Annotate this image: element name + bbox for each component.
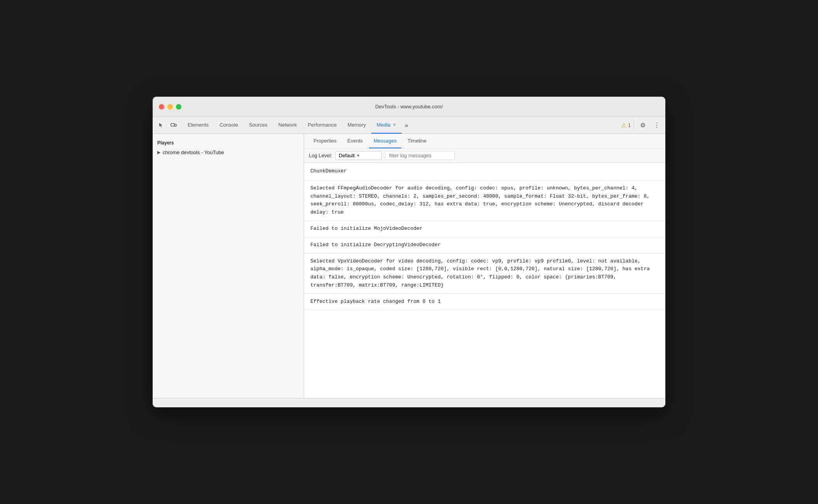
tab-console[interactable]: Console (214, 117, 244, 134)
message-row: Failed to initialize MojoVideoDecoder (304, 221, 665, 237)
log-level-label: Log Level: (309, 153, 332, 158)
sub-tab-properties[interactable]: Properties (309, 134, 341, 148)
tab-media[interactable]: Media ✕ (371, 117, 402, 134)
status-bar (153, 398, 665, 407)
traffic-lights (159, 104, 181, 109)
maximize-button[interactable] (176, 104, 181, 109)
tab-memory[interactable]: Memory (342, 117, 371, 134)
message-row: Selected FFmpegAudioDecoder for audio de… (304, 181, 665, 221)
devtools-tab-bar: Elements Console Sources Network Perform… (153, 117, 665, 134)
log-toolbar: Log Level: Default ▼ (304, 149, 665, 163)
sidebar-item-player[interactable]: ▶ chrome devtools - YouTube (153, 147, 304, 158)
message-row: Failed to initialize DecryptingVideoDeco… (304, 237, 665, 254)
sub-tab-bar: Properties Events Messages Timeline (304, 134, 665, 149)
tab-network[interactable]: Network (273, 117, 303, 134)
sidebar: Players ▶ chrome devtools - YouTube (153, 134, 304, 398)
message-row: ChunkDemuxer (304, 163, 665, 181)
message-row: Effective playback rate changed from 0 t… (304, 294, 665, 310)
sidebar-arrow-icon: ▶ (157, 150, 160, 155)
cursor-icon[interactable] (156, 120, 167, 131)
message-row: Selected VpxVideoDecoder for video decod… (304, 254, 665, 294)
dropdown-arrow-icon: ▼ (356, 153, 360, 158)
sub-tab-timeline[interactable]: Timeline (403, 134, 431, 148)
separator (634, 121, 634, 130)
sidebar-title: Players (153, 137, 304, 147)
main-content: Players ▶ chrome devtools - YouTube Prop… (153, 134, 665, 398)
more-button[interactable]: ⋮ (651, 120, 662, 131)
messages-list: ChunkDemuxer Selected FFmpegAudioDecoder… (304, 163, 665, 398)
tab-sources[interactable]: Sources (244, 117, 273, 134)
sub-tab-messages[interactable]: Messages (369, 134, 401, 148)
warning-badge[interactable]: ⚠ 1 (621, 122, 631, 129)
minimize-button[interactable] (167, 104, 173, 109)
devtools-window: DevTools - www.youtube.com/ Elements Con… (153, 97, 665, 407)
tab-elements[interactable]: Elements (182, 117, 214, 134)
toolbar-right: ⚠ 1 ⚙ ⋮ (621, 120, 662, 131)
svg-rect-1 (174, 124, 176, 126)
content-panel: Properties Events Messages Timeline Log … (304, 134, 665, 398)
main-tab-list: Elements Console Sources Network Perform… (182, 117, 621, 134)
log-level-select[interactable]: Default ▼ (335, 151, 382, 160)
window-title: DevTools - www.youtube.com/ (375, 104, 443, 109)
close-button[interactable] (159, 104, 164, 109)
device-toggle-icon[interactable] (168, 120, 179, 131)
filter-input[interactable] (385, 151, 455, 160)
tab-icons (156, 120, 179, 131)
tab-overflow-button[interactable]: » (402, 122, 411, 129)
svg-rect-0 (171, 123, 174, 126)
sub-tab-events[interactable]: Events (343, 134, 367, 148)
tab-performance[interactable]: Performance (302, 117, 342, 134)
tab-media-close[interactable]: ✕ (393, 122, 396, 127)
warning-icon: ⚠ (621, 122, 627, 129)
settings-button[interactable]: ⚙ (637, 120, 648, 131)
title-bar: DevTools - www.youtube.com/ (153, 97, 665, 117)
sidebar-item-label: chrome devtools - YouTube (163, 149, 224, 155)
log-level-value: Default (339, 153, 355, 158)
